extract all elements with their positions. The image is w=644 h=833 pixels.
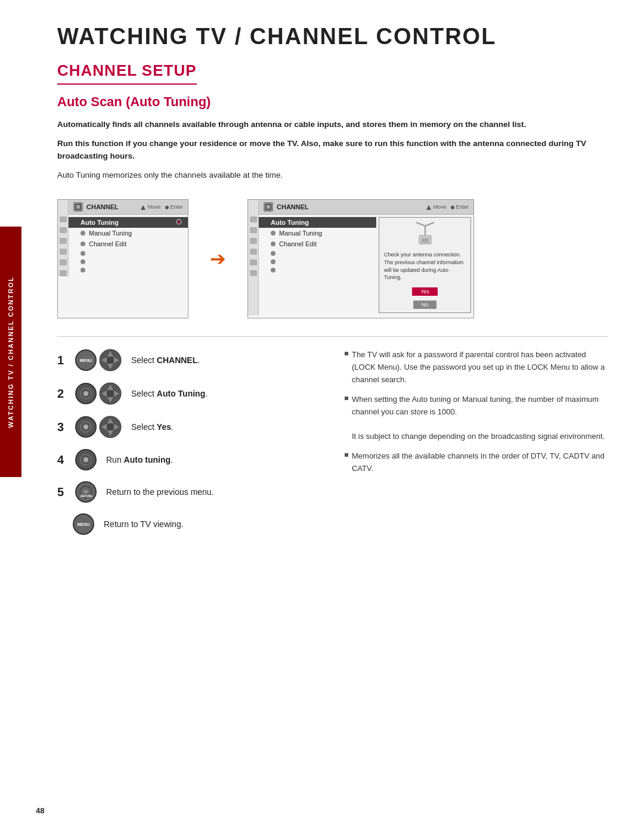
screen2-item-blank3	[259, 266, 376, 274]
step4-buttons	[75, 449, 97, 470]
screens-area: CHANNEL Move Enter Auto Tuning	[57, 199, 608, 318]
dialog-text: Check your antenna connection. The previ…	[384, 251, 466, 281]
step-2-text: Select Auto Tuning.	[131, 389, 208, 398]
screen1-item-manual-tuning: Manual Tuning	[69, 228, 188, 239]
section-title: CHANNEL SETUP	[57, 61, 197, 85]
sidebar-label: WATCHING TV / CHANNEL CONTROL	[0, 227, 21, 477]
enter-button-3[interactable]	[75, 416, 97, 438]
bullet-1: The TV will ask for a password if parent…	[345, 349, 608, 386]
nav-pad-1[interactable]	[99, 349, 122, 371]
body-para-3: Auto Tuning memorizes only the channels …	[57, 169, 608, 182]
step1-buttons: MENU	[75, 349, 122, 371]
step6-buttons: MENU	[73, 513, 94, 535]
return-button[interactable]: RETURN	[75, 481, 97, 503]
screen-mockup-1: CHANNEL Move Enter Auto Tuning	[57, 199, 188, 318]
nav-pad-2[interactable]	[99, 382, 122, 405]
screen2-header-nav: Move Enter	[426, 204, 469, 210]
svg-line-13	[425, 222, 434, 226]
subsection-title: Auto Scan (Auto Tuning)	[57, 94, 608, 110]
svg-point-9	[451, 206, 454, 209]
step-1-text: Select CHANNEL.	[131, 355, 200, 365]
svg-point-38	[83, 457, 88, 462]
screen1-header-title: CHANNEL	[86, 203, 137, 210]
screen2-header-title: CHANNEL	[277, 203, 422, 210]
step-number-1: 1	[57, 354, 68, 367]
nav-pad-3[interactable]	[99, 416, 122, 438]
screen2-menu: Auto Tuning Manual Tuning Channel Edit	[259, 215, 376, 315]
screen1-item-blank3	[69, 266, 188, 274]
menu-button[interactable]: MENU	[75, 349, 97, 371]
screen2-dialog: Check your antenna connection. The previ…	[379, 217, 471, 312]
svg-line-12	[416, 222, 425, 226]
svg-point-40	[84, 490, 88, 494]
step-6: MENU Return to TV viewing.	[73, 513, 321, 535]
svg-point-5	[178, 221, 180, 223]
svg-point-3	[165, 206, 169, 209]
page-title: WATCHING TV / CHANNEL CONTROL	[57, 24, 608, 49]
body-para-2: Run this function if you change your res…	[57, 137, 608, 163]
step-6-text: Return to TV viewing.	[104, 519, 184, 529]
screen1-header-nav: Move Enter	[140, 204, 183, 210]
step3-buttons	[75, 416, 122, 438]
dialog-no-btn[interactable]: No	[413, 301, 437, 309]
steps-right: The TV will ask for a password if parent…	[345, 349, 608, 546]
screen1-item-channel-edit: Channel Edit	[69, 239, 188, 249]
divider	[57, 336, 608, 337]
step-number-4: 4	[57, 453, 68, 467]
screen1-item-auto-tuning: Auto Tuning	[69, 217, 188, 228]
step-number-2: 2	[57, 387, 68, 401]
step-number-3: 3	[57, 420, 68, 434]
svg-rect-1	[76, 205, 80, 209]
step-4-text: Run Auto tuning.	[106, 455, 173, 465]
svg-point-28	[107, 390, 114, 397]
screen1-menu: Auto Tuning Manual Tuning Channel Edit	[69, 215, 188, 277]
page-number: 48	[36, 806, 44, 815]
screen1-item-blank2	[69, 258, 188, 266]
screen2-item-blank2	[259, 258, 376, 266]
body-para-1: Automatically finds all channels availab…	[57, 118, 608, 131]
svg-marker-8	[426, 205, 431, 210]
svg-rect-14	[422, 238, 429, 243]
screen2-item-auto-tuning: Auto Tuning	[259, 217, 376, 228]
dialog-yes-btn[interactable]: Yes	[412, 287, 438, 296]
step-3: 3 Select Yes.	[57, 416, 321, 438]
step2-buttons	[75, 382, 122, 405]
step-4: 4 Run Auto tuning.	[57, 449, 321, 470]
screen2-item-channel-edit: Channel Edit	[259, 239, 376, 249]
svg-marker-2	[141, 205, 145, 210]
svg-point-30	[83, 425, 88, 429]
step-1: 1 MENU Select CHANNEL.	[57, 349, 321, 371]
steps-left: 1 MENU Select CHANNEL.	[57, 349, 321, 546]
svg-point-20	[107, 357, 114, 364]
screen2-item-blank1	[259, 249, 376, 258]
step-number-5: 5	[57, 485, 68, 499]
step5-buttons: RETURN	[75, 481, 97, 503]
menu-button-2[interactable]: MENU	[73, 513, 94, 535]
svg-text:RETURN: RETURN	[80, 494, 92, 498]
steps-container: 1 MENU Select CHANNEL.	[57, 349, 608, 546]
step-3-text: Select Yes.	[131, 422, 174, 432]
screen1-item-blank1	[69, 249, 188, 258]
step-5: 5 RETURN Return to the previous menu.	[57, 481, 321, 503]
step-2: 2 Select Auto Tuning.	[57, 382, 321, 405]
bullet-2: When setting the Auto tuning or Manual t…	[345, 394, 608, 443]
svg-point-22	[83, 391, 88, 396]
screen-mockup-2: CHANNEL Move Enter Auto Tuning	[247, 199, 474, 318]
step-5-text: Return to the previous menu.	[106, 487, 214, 497]
arrow-right: ➔	[210, 247, 226, 270]
bullet-3: Memorizes all the available channels in …	[345, 450, 608, 475]
enter-button-2[interactable]	[75, 383, 97, 404]
screen2-item-manual-tuning: Manual Tuning	[259, 228, 376, 239]
enter-button-4[interactable]	[75, 449, 97, 470]
svg-rect-7	[267, 205, 270, 209]
svg-point-36	[107, 423, 114, 431]
